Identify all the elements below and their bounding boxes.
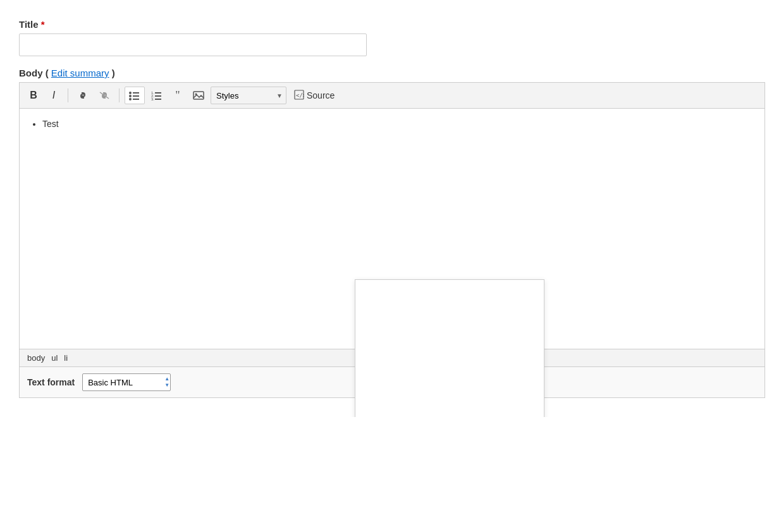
page-form: Title * Body ( Edit summary ) B I [19,19,755,398]
bullet-list-button[interactable] [125,87,145,104]
svg-rect-8 [155,92,161,94]
toolbar-separator-2 [119,88,120,102]
unlink-button[interactable] [95,87,114,104]
editor-content-item: Test [42,119,754,129]
bold-button[interactable]: B [25,87,42,104]
svg-point-1 [129,92,132,94]
svg-point-5 [129,98,132,100]
styles-select[interactable]: Styles [211,87,286,104]
source-code-icon: </> [294,90,304,102]
numbered-list-button[interactable]: 1. 2. 3. [147,87,166,104]
text-format-label: Text format [27,377,75,387]
source-button[interactable]: </> Source [289,87,340,104]
svg-text:</>: </> [296,92,304,99]
title-field-group: Title * [19,19,755,56]
svg-rect-4 [133,95,139,97]
text-format-select[interactable]: Basic HTML Full HTML Plain text [82,373,171,391]
statusbar-ul: ul [51,353,58,363]
bullet-list-icon [129,90,140,100]
statusbar-body: body [27,353,45,363]
body-label: Body ( Edit summary ) [19,68,755,78]
body-label-text: Body [19,68,43,78]
blockquote-button[interactable]: " [169,87,187,104]
text-format-select-wrapper: Basic HTML Full HTML Plain text ▲ ▼ [82,373,171,391]
styles-popup [355,279,544,417]
image-button[interactable] [189,87,208,104]
title-label-text: Title [19,19,39,30]
required-marker: * [41,19,45,30]
styles-dropdown[interactable]: Styles ▼ [211,87,286,104]
title-input[interactable] [19,33,367,56]
italic-button[interactable]: I [45,87,63,104]
link-button[interactable] [73,87,92,104]
svg-rect-2 [133,92,139,94]
source-label: Source [307,90,335,100]
toolbar-separator-1 [68,88,68,102]
edit-summary-link[interactable]: Edit summary [51,68,109,78]
svg-rect-13 [194,92,204,99]
unlink-icon [99,91,110,100]
editor-toolbar: B I [20,83,765,109]
svg-rect-12 [155,99,161,100]
editor-wrapper: B I [19,82,765,398]
svg-point-3 [129,95,132,97]
editor-content: Test [30,119,754,129]
numbered-list-icon: 1. 2. 3. [151,90,163,100]
editor-body-container: Test [20,109,765,349]
image-icon [193,90,204,100]
svg-rect-6 [133,99,139,100]
svg-rect-10 [155,95,161,97]
link-icon [77,91,89,100]
svg-text:3.: 3. [151,97,154,100]
title-label: Title * [19,19,755,30]
statusbar-li: li [64,353,68,363]
